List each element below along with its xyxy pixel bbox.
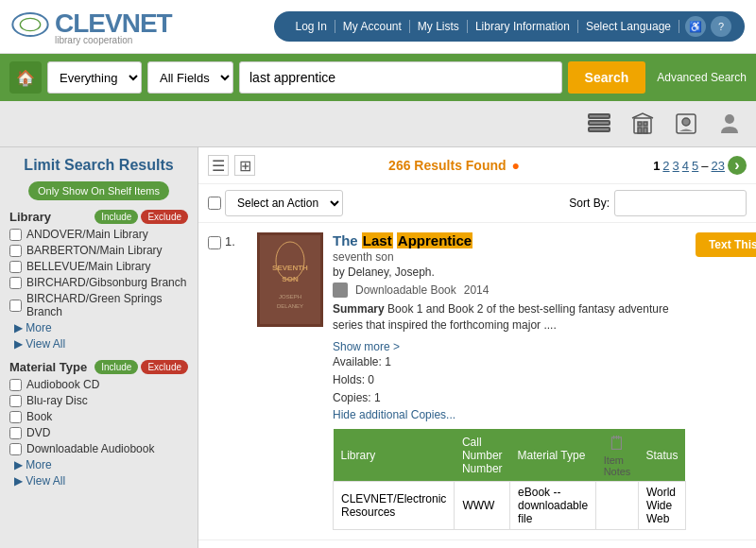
result-avail-1: Available: 1 Holds: 0 Copies: 1 — [333, 353, 686, 408]
svg-point-11 — [682, 118, 690, 126]
nav-login[interactable]: Log In — [287, 20, 335, 33]
nav-my-account[interactable]: My Account — [335, 20, 410, 33]
library-check-3[interactable] — [9, 277, 22, 289]
result-subtitle-1: seventh son — [333, 250, 686, 264]
text-this-to-me-button[interactable]: Text This To Me — [696, 232, 756, 257]
action-bar: Select an Action Sort By: — [198, 184, 756, 223]
result-author-1: by Delaney, Joseph. — [333, 265, 686, 279]
material-filter-header: Material Type Include Exclude — [9, 360, 188, 374]
shelf-items-button[interactable]: Only Show On Shelf Items — [28, 181, 169, 200]
person-icon[interactable] — [713, 107, 747, 141]
next-page-arrow[interactable]: › — [728, 156, 747, 175]
copies-table: Library Call NumberNumber Material Type … — [333, 429, 686, 530]
library-exclude-badge[interactable]: Exclude — [141, 210, 188, 224]
col-status: Status — [638, 429, 685, 482]
notes-icon: 🗒 — [608, 433, 627, 454]
home-button[interactable]: 🏠 — [9, 61, 42, 94]
contacts-icon[interactable] — [669, 107, 703, 141]
svg-rect-6 — [638, 122, 642, 126]
sort-input[interactable] — [614, 190, 747, 216]
nav-select-language[interactable]: Select Language — [578, 20, 679, 33]
results-header: ☰ ⊞ 266 Results Found ● 1 2 3 4 5 – 23 › — [198, 147, 756, 184]
search-button[interactable]: Search — [568, 61, 646, 94]
page-1[interactable]: 1 — [653, 159, 660, 173]
sort-area: Sort By: — [569, 190, 747, 216]
library-more-link[interactable]: ▶ More — [9, 321, 188, 334]
material-exclude-badge[interactable]: Exclude — [141, 360, 188, 374]
page-4[interactable]: 4 — [682, 159, 689, 173]
accessibility-icon[interactable]: ♿ — [685, 16, 706, 37]
result-meta-1: Downloadable Book 2014 — [333, 283, 686, 298]
list-view-toggle[interactable]: ☰ — [208, 155, 229, 176]
material-item: Book — [9, 410, 188, 423]
sidebar: Limit Search Results Only Show On Shelf … — [0, 147, 198, 548]
page-23[interactable]: 23 — [712, 159, 725, 173]
select-all-checkbox[interactable] — [208, 197, 221, 210]
library-check-4[interactable] — [9, 300, 22, 312]
results-panel: ☰ ⊞ 266 Results Found ● 1 2 3 4 5 – 23 › — [198, 147, 756, 548]
library-check-1[interactable] — [9, 245, 22, 257]
advanced-search-link[interactable]: Advanced Search — [657, 71, 747, 84]
material-check-0[interactable] — [9, 379, 22, 391]
library-include-badge[interactable]: Include — [94, 210, 138, 224]
material-item: DVD — [9, 426, 188, 439]
cell-library: CLEVNET/Electronic Resources — [334, 482, 455, 530]
library-item: BARBERTON/Main Library — [9, 244, 188, 257]
cell-call-number: WWW — [455, 482, 510, 530]
cell-status: World Wide Web — [638, 482, 685, 530]
material-check-2[interactable] — [9, 411, 22, 423]
hide-copies-link[interactable]: Hide additional Copies... — [333, 408, 455, 421]
page-ellipsis: – — [701, 159, 708, 173]
library-item: BIRCHARD/Green Springs Branch — [9, 292, 188, 318]
list-view-icon[interactable] — [582, 107, 616, 141]
search-input[interactable] — [239, 61, 562, 94]
page-3[interactable]: 3 — [673, 159, 679, 173]
library-filter-header: Library Include Exclude — [9, 210, 188, 224]
cell-material-type: eBook -- downloadable file — [510, 482, 596, 530]
library-item-label: BARBERTON/Main Library — [26, 244, 163, 257]
result-checkbox-1[interactable] — [208, 236, 221, 249]
library-badge-group: Include Exclude — [94, 210, 188, 224]
svg-rect-4 — [589, 128, 610, 131]
nav-my-lists[interactable]: My Lists — [410, 20, 468, 33]
show-more-link[interactable]: Show more > — [333, 340, 400, 353]
pagination: 1 2 3 4 5 – 23 › — [653, 156, 747, 175]
help-icon[interactable]: ? — [711, 16, 731, 37]
library-item-label: BELLEVUE/Main Library — [26, 260, 150, 273]
nav-library-info[interactable]: Library Information — [468, 20, 578, 33]
svg-text:JOSEPH: JOSEPH — [279, 294, 301, 300]
action-dropdown[interactable]: Select an Action — [225, 190, 343, 216]
material-include-badge[interactable]: Include — [94, 360, 138, 374]
search-bar: 🏠 Everything Title Author Subject All Fi… — [0, 54, 756, 101]
text-btn-area: Text This To Me — [696, 232, 756, 530]
scope-select[interactable]: Everything Title Author Subject — [47, 61, 142, 94]
material-check-3[interactable] — [9, 427, 22, 439]
available-count: Available: 1 — [333, 353, 686, 371]
material-check-1[interactable] — [9, 395, 22, 407]
col-material-type: Material Type — [510, 429, 596, 482]
page-5[interactable]: 5 — [692, 159, 698, 173]
rss-icon[interactable]: ● — [512, 158, 520, 173]
library-item-label: BIRCHARD/Gibsonburg Branch — [26, 276, 186, 289]
grid-view-toggle[interactable]: ⊞ — [234, 155, 255, 176]
svg-point-0 — [12, 13, 47, 36]
material-more-link[interactable]: ▶ More — [9, 458, 188, 471]
action-select-area: Select an Action — [208, 190, 343, 216]
result-info-1: The Last Apprentice seventh son by Delan… — [333, 232, 686, 530]
col-item-notes: 🗒 Item Notes — [596, 429, 639, 482]
icons-toolbar — [0, 101, 756, 147]
building-icon[interactable] — [626, 107, 660, 141]
material-check-4[interactable] — [9, 443, 22, 455]
svg-rect-7 — [644, 122, 647, 126]
library-item-label: BIRCHARD/Green Springs Branch — [26, 292, 188, 318]
page-2[interactable]: 2 — [662, 159, 669, 173]
library-item: BELLEVUE/Main Library — [9, 260, 188, 273]
library-view-all-link[interactable]: ▶ View All — [9, 337, 188, 351]
result-title-1: The Last Apprentice — [333, 232, 686, 248]
library-check-2[interactable] — [9, 261, 22, 273]
material-view-all-link[interactable]: ▶ View All — [9, 474, 188, 488]
library-check-0[interactable] — [9, 229, 22, 241]
header: CLEVNET library cooperation Log In My Ac… — [0, 0, 756, 54]
svg-text:DELANEY: DELANEY — [277, 303, 303, 309]
field-select[interactable]: All Fields Title Author Subject — [147, 61, 233, 94]
